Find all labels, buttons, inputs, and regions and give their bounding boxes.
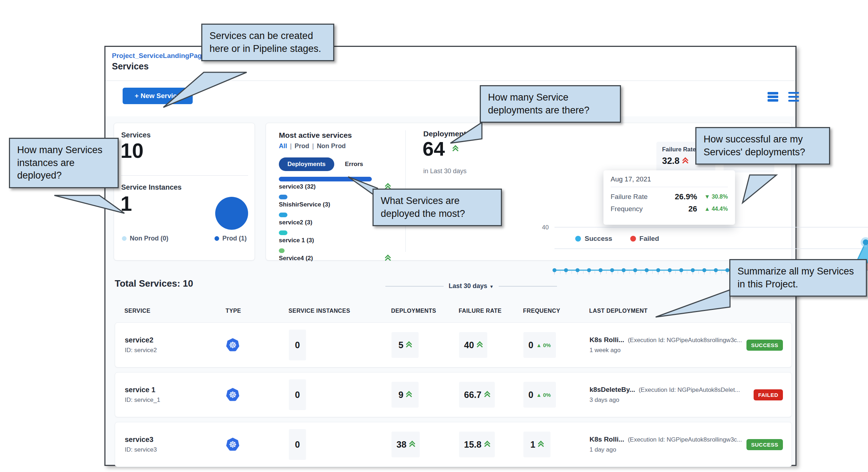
pipeline-name[interactable]: K8s Rolli... [590, 435, 624, 443]
table-row[interactable]: service3 ID: service3 ☸ 0 38 15.8 1 K8s … [115, 422, 792, 467]
frequency-delta: ▲ 0% [536, 392, 551, 398]
deployments-cell: 5 [391, 332, 459, 358]
time-range-dropdown[interactable]: Last 30 days▼ [385, 282, 557, 290]
services-summary-card: Services 10 Service Instances 1 Non Prod… [114, 123, 255, 261]
failure-rate-value: 32.8 [662, 156, 680, 166]
page: Project_ServiceLandingPag Services + New… [0, 0, 868, 472]
trend-up-icon [484, 441, 490, 448]
legend-success: Success [575, 235, 612, 243]
trend-up-icon [538, 441, 543, 448]
legend-prod: Prod (1) [214, 235, 247, 242]
service-activity-label: Service4 (2) [279, 255, 313, 262]
failure-rate-value: 15.8 [459, 432, 495, 457]
service-activity-label: service 1 (3) [279, 237, 314, 244]
service-activity-label: service3 (32) [279, 183, 316, 190]
legend-label: Non Prod (0) [130, 235, 168, 242]
last-deployment-time: 1 day ago [590, 446, 746, 453]
execution-id: (Execution Id: NGPipeAutok8sDelet... [638, 386, 740, 394]
frequency-value: 0▲ 0% [523, 332, 556, 358]
column-header-type: TYPE [226, 308, 288, 314]
list-item[interactable]: Service4 (2) [279, 248, 390, 262]
service-id: ID: service_1 [125, 396, 226, 404]
deployments-value: 9 [391, 382, 419, 408]
time-range-value: Last 30 days [449, 282, 487, 289]
last-deployment-cell: k8sDeleteBy...(Execution Id: NGPipeAutok… [590, 386, 754, 404]
callout-most-deployed: What Services are deployed the most? [373, 189, 502, 226]
total-services-label: Total Services: 10 [115, 278, 193, 289]
kubernetes-icon: ☸ [226, 388, 240, 402]
status-cell: FAILED [754, 389, 783, 400]
service-id: ID: service3 [125, 446, 226, 453]
callout-summarize: Summarize all my Services in this Projec… [729, 259, 867, 297]
frequency-cell: 0▲ 0% [523, 382, 590, 408]
service-activity-bar [279, 230, 287, 235]
most-active-title: Most active services [279, 131, 352, 140]
service-instances-label: Service Instances [121, 183, 182, 191]
last-deployment-cell: K8s Rolli...(Execution Id: NGPipeAutok8s… [590, 435, 746, 453]
tooltip-label: Failure Rate [611, 193, 675, 201]
errors-toggle[interactable]: Errors [345, 161, 363, 168]
chart-tooltip: Aug 17, 2021 Failure Rate 26.9% ▼ 30.8% … [603, 170, 735, 225]
table-row[interactable]: service2 ID: service2 ☸ 0 5 40 0▲ 0% K8s… [115, 322, 792, 368]
service-name[interactable]: service 1 [125, 386, 226, 394]
list-view-icon[interactable] [788, 92, 799, 102]
service-name[interactable]: service2 [125, 336, 226, 344]
tooltip-label: Frequency [611, 205, 689, 213]
service-activity-label: service2 (3) [279, 219, 312, 226]
filter-all[interactable]: All [279, 142, 287, 150]
instances-cell: 0 [289, 429, 391, 460]
metric-toggle: Deployments Errors [279, 157, 363, 171]
failure-rate-cell: 40 [459, 332, 523, 358]
instances-cell: 0 [289, 330, 391, 360]
service-cell: service 1 ID: service_1 [125, 386, 226, 404]
deployments-value: 5 [391, 332, 419, 358]
frequency-value: 1 [523, 432, 551, 457]
non-prod-dot-icon [122, 236, 127, 241]
status-cell: SUCCESS [746, 340, 783, 351]
service-name[interactable]: service3 [125, 435, 226, 444]
tooltip-divider [611, 187, 728, 187]
kubernetes-icon: ☸ [226, 438, 240, 451]
instances-value: 0 [289, 330, 306, 360]
pipeline-name[interactable]: K8s Rolli... [590, 336, 624, 344]
filter-separator: | [312, 142, 314, 150]
filter-non-prod[interactable]: Non Prod [317, 142, 346, 150]
instances-value: 0 [289, 379, 306, 410]
frequency-delta: ▲ 0% [536, 342, 551, 348]
failure-rate-value: 66.7 [459, 382, 495, 408]
column-header-service: SERVICE [124, 308, 226, 314]
prod-dot-icon [214, 236, 219, 241]
callout-tail [54, 195, 127, 215]
trend-up-icon [453, 146, 458, 152]
service-activity-bar [279, 248, 285, 253]
status-cell: SUCCESS [746, 439, 783, 450]
legend-failed: Failed [630, 235, 659, 243]
breadcrumb[interactable]: Project_ServiceLandingPag [112, 52, 202, 60]
callout-instances: How many Services instances are deployed… [9, 138, 119, 188]
status-badge: FAILED [754, 389, 783, 400]
status-badge: SUCCESS [746, 340, 783, 351]
pipeline-name[interactable]: k8sDeleteBy... [590, 386, 635, 394]
trend-up-icon [477, 342, 482, 348]
column-header-deployments: DEPLOYMENTS [391, 308, 459, 314]
page-title: Services [112, 61, 149, 72]
deployments-toggle[interactable]: Deployments [279, 157, 334, 171]
column-header-failure-rate: FAILURE RATE [459, 308, 523, 314]
trend-up-icon [385, 255, 390, 262]
trend-up-icon [484, 391, 490, 398]
filter-separator: | [290, 142, 292, 150]
table-row[interactable]: service 1 ID: service_1 ☸ 0 9 66.7 0▲ 0%… [115, 372, 792, 417]
deployments-value: 38 [391, 432, 420, 457]
services-count-label: Services [121, 131, 151, 139]
instances-cell: 0 [289, 379, 391, 410]
filter-prod[interactable]: Prod [295, 142, 309, 150]
legend-label: Success [585, 235, 612, 243]
list-item[interactable]: service 1 (3) [279, 230, 390, 244]
tooltip-value: 26 [689, 204, 697, 214]
frequency-cell: 0▲ 0% [523, 332, 590, 358]
divider-line [499, 286, 557, 287]
card-view-icon[interactable] [768, 92, 778, 102]
tooltip-value: 26.9% [675, 192, 697, 201]
trend-up-icon [406, 342, 411, 348]
column-header-frequency: FREQUENCY [523, 308, 589, 314]
